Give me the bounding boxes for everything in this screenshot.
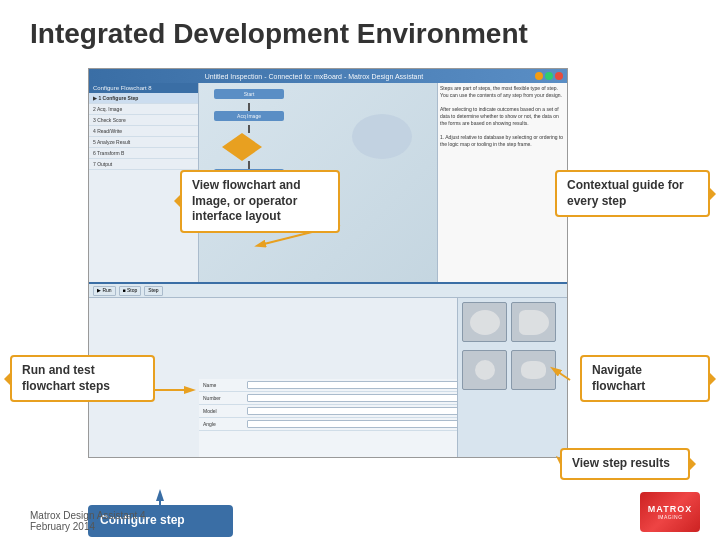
callout-view-results: View step results bbox=[560, 448, 690, 480]
page-title: Integrated Development Environment bbox=[0, 0, 720, 60]
flow-box-acq: Acq Image bbox=[214, 111, 284, 121]
sim-panel-item-4[interactable]: 4 Read/Write bbox=[89, 126, 198, 137]
main-content: Untitled Inspection - Connected to: mxBo… bbox=[0, 60, 720, 540]
sim-thumb-1[interactable] bbox=[462, 302, 507, 342]
product-name: Matrox Design Assistant 4 bbox=[30, 510, 146, 521]
flow-box-start: Start bbox=[214, 89, 284, 99]
sim-panel-header: Configure Flowchart 8 bbox=[89, 83, 198, 93]
sim-panel-item-6[interactable]: 6 Transform B bbox=[89, 148, 198, 159]
sim-maximize-btn bbox=[545, 72, 553, 80]
sim-param-name-label: Name bbox=[203, 382, 243, 388]
sim-thumb-4[interactable] bbox=[511, 350, 556, 390]
sim-panel-item-7[interactable]: 7 Output bbox=[89, 159, 198, 170]
toolbar-step-btn[interactable]: Step bbox=[144, 286, 162, 296]
product-date: February 2014 bbox=[30, 521, 146, 532]
sim-panel-item-1[interactable]: ▶ 1 Configure Step bbox=[89, 93, 198, 104]
sim-thumb-3-img bbox=[475, 360, 495, 380]
bottom-info: Matrox Design Assistant 4 February 2014 bbox=[30, 510, 146, 532]
sim-param-number-label: Number bbox=[203, 395, 243, 401]
sim-thumb-row-1 bbox=[458, 298, 567, 346]
callout-contextual: Contextual guide for every step bbox=[555, 170, 710, 217]
sim-thumb-2-img bbox=[519, 310, 549, 335]
callout-run-test: Run and test flowchart steps bbox=[10, 355, 155, 402]
sim-titlebar-text: Untitled Inspection - Connected to: mxBo… bbox=[93, 73, 535, 80]
sim-param-angle-label: Angle bbox=[203, 421, 243, 427]
screenshot-area: Untitled Inspection - Connected to: mxBo… bbox=[88, 68, 568, 458]
matrox-logo: MATROX IMAGING bbox=[640, 492, 700, 532]
screenshot-inner: Untitled Inspection - Connected to: mxBo… bbox=[89, 69, 567, 457]
sim-bottom-panel: ▶ Run ■ Stop Step Name Number bbox=[89, 282, 567, 457]
flow-arrow-1 bbox=[248, 103, 250, 111]
sim-thumb-2[interactable] bbox=[511, 302, 556, 342]
callout-view-flowchart: View flowchart and Image, or operator in… bbox=[180, 170, 340, 233]
logo-top-text: MATROX bbox=[648, 504, 692, 514]
sim-param-model-label: Model bbox=[203, 408, 243, 414]
sim-guide-text: Steps are part of steps, the most flexib… bbox=[440, 85, 565, 148]
sim-thumb-3[interactable] bbox=[462, 350, 507, 390]
sim-close-btn bbox=[555, 72, 563, 80]
flow-arrow-2 bbox=[248, 125, 250, 133]
sim-thumb-4-img bbox=[521, 361, 546, 379]
flow-diamond-bottom bbox=[222, 147, 262, 161]
sim-panel-item-5[interactable]: 5 Analyze Result bbox=[89, 137, 198, 148]
sim-panel-item-2[interactable]: 2 Acq. Image bbox=[89, 104, 198, 115]
cloud-shape-inner bbox=[352, 114, 412, 159]
flow-diamond-top bbox=[222, 133, 262, 147]
sim-titlebar: Untitled Inspection - Connected to: mxBo… bbox=[89, 69, 567, 83]
sim-thumbnail-panel bbox=[457, 298, 567, 457]
sim-thumb-row-2 bbox=[458, 346, 567, 394]
sim-panel-item-3[interactable]: 3 Check Score bbox=[89, 115, 198, 126]
sim-cloud-shape bbox=[342, 109, 422, 169]
toolbar-run-btn[interactable]: ▶ Run bbox=[93, 286, 116, 296]
sim-minimize-btn bbox=[535, 72, 543, 80]
sim-bottom-toolbar: ▶ Run ■ Stop Step bbox=[89, 284, 567, 298]
sim-titlebar-btns bbox=[535, 72, 563, 80]
callout-navigate: Navigate flowchart bbox=[580, 355, 710, 402]
toolbar-stop-btn[interactable]: ■ Stop bbox=[119, 286, 142, 296]
flow-arrow-3 bbox=[248, 161, 250, 169]
sim-right-panel: Steps are part of steps, the most flexib… bbox=[437, 83, 567, 282]
logo-bottom-text: IMAGING bbox=[657, 514, 682, 520]
sim-thumb-1-img bbox=[470, 310, 500, 335]
